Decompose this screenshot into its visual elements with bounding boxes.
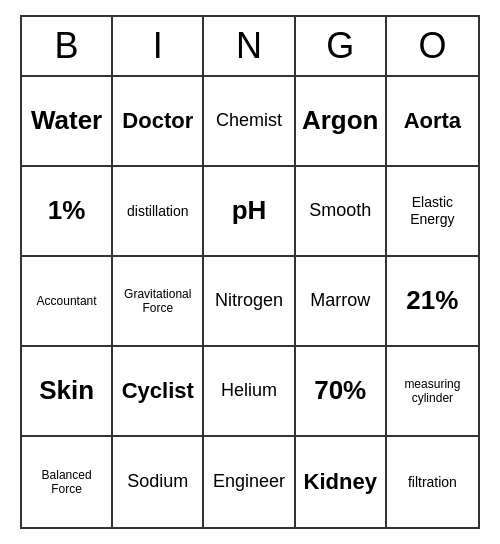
bingo-cell-1: Doctor [113,77,204,167]
header-letter-i: I [113,17,204,75]
bingo-cell-2: Chemist [204,77,295,167]
cell-text-2: Chemist [216,110,282,132]
bingo-cell-10: Accountant [22,257,113,347]
bingo-cell-3: Argon [296,77,387,167]
cell-text-0: Water [31,105,102,136]
cell-text-15: Skin [39,375,94,406]
bingo-cell-4: Aorta [387,77,478,167]
cell-text-11: Gravitational Force [117,287,198,316]
bingo-cell-5: 1% [22,167,113,257]
bingo-cell-0: Water [22,77,113,167]
bingo-cell-6: distillation [113,167,204,257]
bingo-cell-24: filtration [387,437,478,527]
bingo-cell-18: 70% [296,347,387,437]
cell-text-6: distillation [127,203,188,220]
bingo-header: BINGO [22,17,478,77]
header-letter-g: G [296,17,387,75]
cell-text-20: Balanced Force [26,468,107,497]
cell-text-1: Doctor [122,108,193,134]
bingo-cell-21: Sodium [113,437,204,527]
bingo-cell-11: Gravitational Force [113,257,204,347]
bingo-cell-7: pH [204,167,295,257]
cell-text-18: 70% [314,375,366,406]
cell-text-13: Marrow [310,290,370,312]
bingo-cell-20: Balanced Force [22,437,113,527]
cell-text-19: measuring cylinder [391,377,474,406]
header-letter-o: O [387,17,478,75]
bingo-cell-13: Marrow [296,257,387,347]
bingo-cell-22: Engineer [204,437,295,527]
cell-text-9: Elastic Energy [391,194,474,228]
header-letter-b: B [22,17,113,75]
bingo-cell-9: Elastic Energy [387,167,478,257]
cell-text-7: pH [232,195,267,226]
bingo-cell-14: 21% [387,257,478,347]
bingo-cell-23: Kidney [296,437,387,527]
bingo-cell-16: Cyclist [113,347,204,437]
bingo-cell-12: Nitrogen [204,257,295,347]
cell-text-16: Cyclist [122,378,194,404]
cell-text-23: Kidney [304,469,377,495]
cell-text-8: Smooth [309,200,371,222]
cell-text-14: 21% [406,285,458,316]
cell-text-22: Engineer [213,471,285,493]
cell-text-12: Nitrogen [215,290,283,312]
bingo-cell-15: Skin [22,347,113,437]
cell-text-24: filtration [408,474,457,491]
cell-text-10: Accountant [37,294,97,308]
bingo-cell-19: measuring cylinder [387,347,478,437]
header-letter-n: N [204,17,295,75]
cell-text-4: Aorta [404,108,461,134]
cell-text-21: Sodium [127,471,188,493]
bingo-grid: WaterDoctorChemistArgonAorta1%distillati… [22,77,478,527]
bingo-card: BINGO WaterDoctorChemistArgonAorta1%dist… [20,15,480,529]
cell-text-5: 1% [48,195,86,226]
bingo-cell-17: Helium [204,347,295,437]
cell-text-17: Helium [221,380,277,402]
bingo-cell-8: Smooth [296,167,387,257]
cell-text-3: Argon [302,105,379,136]
